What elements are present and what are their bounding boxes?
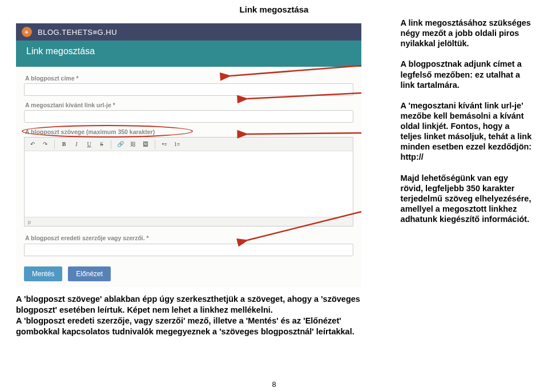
unlink-icon[interactable]: ⛓ [127, 139, 139, 149]
label-author: A blogposzt eredeti szerzője vagy szerző… [25, 235, 352, 241]
instruction-1: A link megosztásához szükséges négy mező… [401, 18, 532, 49]
editor-path: p [25, 217, 353, 226]
page-title: Link megosztása [0, 0, 548, 18]
label-body: A blogposzt szövege (maximum 350 karakte… [25, 128, 352, 135]
instruction-2: A blogposztnak adjunk címet a legfelső m… [401, 59, 532, 90]
redo-icon[interactable]: ↷ [39, 139, 51, 149]
link-icon[interactable]: 🔗 [115, 139, 126, 149]
image-icon[interactable]: 🖼 [140, 139, 151, 149]
separator [54, 140, 55, 149]
instruction-3: A 'megosztani kívánt link url-je' mezőbe… [401, 100, 532, 163]
editor-toolbar: ↶ ↷ B I U S 🔗 ⛓ 🖼 •≡ 1≡ [25, 138, 353, 151]
bold-button[interactable]: B [58, 139, 70, 149]
undo-icon[interactable]: ↶ [27, 139, 38, 149]
input-author[interactable] [24, 244, 353, 256]
separator [155, 140, 155, 149]
instruction-4: Majd lehetőségünk van egy rövid, legfelj… [401, 173, 532, 225]
save-button[interactable]: Mentés [24, 266, 62, 281]
site-brand: BLOG.TEHETS≡G.HU [38, 28, 117, 37]
bottom-caption: A 'blogposzt szövege' ablakban épp úgy s… [16, 294, 381, 337]
list-ol-icon[interactable]: 1≡ [171, 139, 183, 149]
underline-button[interactable]: U [83, 139, 95, 149]
embedded-screenshot: ☀ BLOG.TEHETS≡G.HU Link megosztása A blo… [16, 18, 361, 287]
page-number: 8 [272, 380, 276, 389]
editor-textarea[interactable] [25, 151, 353, 217]
panel-title: Link megosztása [16, 41, 361, 67]
label-url: A megosztani kívánt link url-je * [25, 102, 352, 108]
site-header: ☀ BLOG.TEHETS≡G.HU [16, 23, 361, 41]
input-title[interactable] [24, 83, 353, 96]
strike-button[interactable]: S [96, 139, 107, 149]
list-ul-icon[interactable]: •≡ [159, 139, 170, 149]
rich-text-editor: ↶ ↷ B I U S 🔗 ⛓ 🖼 •≡ 1≡ [24, 137, 353, 227]
sun-icon: ☀ [22, 27, 32, 37]
right-column: A link megosztásához szükséges négy mező… [390, 18, 532, 337]
italic-button[interactable]: I [71, 139, 82, 149]
input-url[interactable] [24, 110, 353, 123]
label-title: A blogposzt címe * [25, 75, 352, 82]
separator [111, 140, 111, 149]
preview-button[interactable]: Előnézet [68, 266, 111, 281]
left-column: ☀ BLOG.TEHETS≡G.HU Link megosztása A blo… [16, 18, 390, 337]
